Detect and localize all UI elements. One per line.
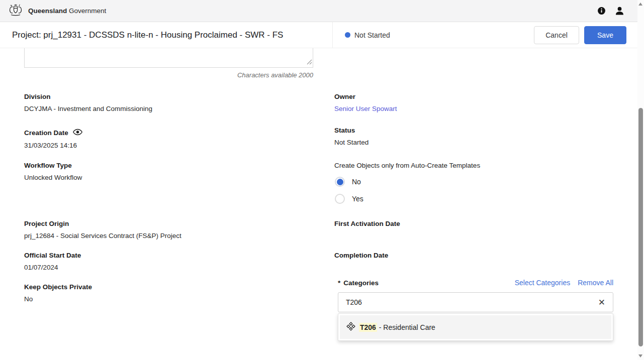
global-header: Queensland Government [0,0,644,22]
clear-search-icon[interactable]: ✕ [598,298,605,307]
field-value-official-start-date: 01/07/2024 [24,264,81,272]
radio-no-label: No [352,178,361,186]
categories-search-value: T206 [346,298,362,306]
field-keep-objects-private: Keep Objects Private No [24,283,92,303]
field-label-auto-create-templates: Create Objects only from Auto-Create Tem… [334,162,480,170]
field-value-division: DCYJMA - Investment and Commissioning [24,105,152,113]
page-title: Project: prj_12931 - DCSSDS n-lite-n - H… [12,30,283,40]
field-label-completion-date: Completion Date [334,252,388,260]
vertical-scrollbar[interactable] [637,0,644,360]
owner-link[interactable]: Senior User Spowart [334,105,397,113]
field-value-status: Not Started [334,139,369,147]
field-value-workflow-type: Unlocked Workflow [24,174,82,182]
cancel-button[interactable]: Cancel [534,26,579,44]
field-label-official-start-date: Official Start Date [24,252,81,260]
remove-all-link[interactable]: Remove All [578,279,613,287]
field-completion-date: Completion Date [334,252,388,264]
field-value-keep-objects-private: No [24,295,92,303]
radio-option-yes[interactable]: Yes [335,194,363,204]
category-suggestion-item[interactable]: T206 - Residential Care [340,315,611,339]
logo-text-regular: Government [69,7,106,15]
scrollbar-thumb[interactable] [638,108,643,346]
qld-gov-logo[interactable]: Queensland Government [7,3,106,20]
category-diamonds-icon [346,322,355,332]
header-divider [332,22,333,48]
select-categories-link[interactable]: Select Categories [515,279,571,287]
status-badge: Not Started [345,31,390,39]
categories-label-row: * Categories [338,279,379,287]
categories-label: Categories [343,279,379,287]
field-owner: Owner Senior User Spowart [334,93,397,113]
category-name: - Residential Care [377,323,435,331]
category-code-highlight: T206 [359,323,377,332]
field-first-activation-date: First Activation Date [334,220,400,232]
radio-option-no[interactable]: No [335,177,361,187]
field-auto-create-templates: Create Objects only from Auto-Create Tem… [334,162,480,170]
info-icon[interactable] [597,7,606,15]
field-label-creation-date: Creation Date [24,129,68,137]
field-label-workflow-type: Workflow Type [24,162,82,170]
description-textarea[interactable] [24,48,313,68]
categories-search-input[interactable]: T206 ✕ [338,292,613,312]
topbar-actions [597,6,637,16]
field-division: Division DCYJMA - Investment and Commiss… [24,93,152,113]
coat-of-arms-icon [7,3,24,20]
field-label-keep-objects-private: Keep Objects Private [24,283,92,291]
save-button[interactable]: Save [584,26,626,44]
radio-yes-label: Yes [352,195,363,203]
field-official-start-date: Official Start Date 01/07/2024 [24,252,81,272]
categories-suggestion-dropdown: T206 - Residential Care [338,313,613,341]
project-header: Project: prj_12931 - DCSSDS n-lite-n - H… [0,22,644,48]
form-content: Characters available 2000 Division DCYJM… [0,48,644,360]
chars-available-note: Characters available 2000 [24,71,313,79]
status-dot-icon [345,32,350,38]
status-badge-label: Not Started [354,31,390,39]
eye-icon[interactable] [73,129,82,138]
field-status: Status Not Started [334,127,369,147]
scroll-up-arrow-icon[interactable] [638,3,642,6]
resize-handle-icon[interactable] [307,58,312,67]
radio-yes-button[interactable] [335,194,345,204]
field-value-creation-date: 31/03/2025 14:16 [24,142,82,150]
field-label-first-activation-date: First Activation Date [334,220,400,228]
field-workflow-type: Workflow Type Unlocked Workflow [24,162,82,182]
field-label-project-origin: Project Origin [24,220,181,228]
logo-text: Queensland Government [28,7,106,15]
field-label-status: Status [334,127,369,135]
categories-links: Select Categories Remove All [515,279,613,287]
field-label-owner: Owner [334,93,397,101]
category-suggestion-text: T206 - Residential Care [359,323,435,331]
user-icon[interactable] [614,6,625,16]
field-label-division: Division [24,93,152,101]
required-marker: * [338,279,340,287]
field-value-project-origin: prj_12684 - Social Services Contract (FS… [24,232,181,240]
logo-text-bold: Queensland [28,7,67,15]
field-project-origin: Project Origin prj_12684 - Social Servic… [24,220,181,240]
header-actions: Cancel Save [534,26,626,44]
field-creation-date: Creation Date 31/03/2025 14:16 [24,129,82,150]
radio-no-button[interactable] [335,177,345,187]
scroll-down-arrow-icon[interactable] [638,354,642,357]
